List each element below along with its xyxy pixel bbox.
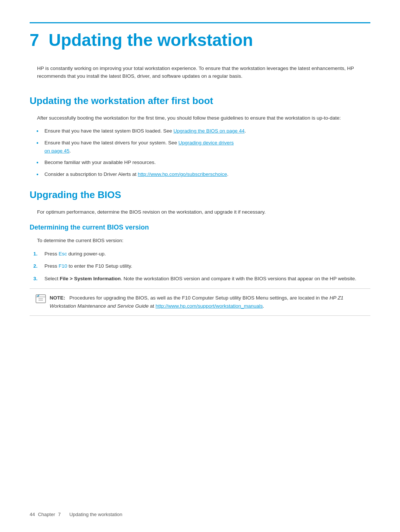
list-item: Ensure that you have the latest system B…: [44, 127, 370, 135]
key-esc: Esc: [59, 251, 67, 257]
section-upgrading-bios: Upgrading the BIOS For optimum performan…: [30, 189, 370, 315]
footer-page-number: 44: [30, 512, 35, 517]
footer-chapter-number: 7: [58, 512, 61, 517]
note-label: NOTE:: [50, 295, 65, 301]
chapter-title-text: Updating the workstation: [49, 30, 253, 50]
section1-heading: Updating the workstation after first boo…: [30, 95, 370, 107]
manuals-link[interactable]: http://www.hp.com/support/workstation_ma…: [156, 303, 263, 309]
list-item: Become familiar with your available HP r…: [44, 158, 370, 167]
step-number: 2.: [33, 262, 37, 270]
section1-bullet-list: Ensure that you have the latest system B…: [30, 127, 370, 178]
list-item: 2. Press F10 to enter the F10 Setup util…: [44, 262, 370, 270]
chapter-title: 7 Updating the workstation: [30, 31, 370, 50]
note-box: NOTE: Procedures for upgrading the BIOS,…: [30, 288, 370, 315]
footer-chapter-title: Updating the workstation: [69, 512, 122, 517]
key-f10: F10: [59, 263, 67, 269]
list-item: 3. Select File > System Information. Not…: [44, 275, 370, 283]
footer-chapter-label: Chapter: [38, 512, 55, 517]
list-item: Consider a subscription to Driver Alerts…: [44, 170, 370, 178]
drivers-link[interactable]: Upgrading device driverson page 45: [44, 140, 234, 154]
note-icon: [36, 294, 46, 303]
steps-list: 1. Press Esc during power-up. 2. Press F…: [30, 250, 370, 283]
section-updating-after-boot: Updating the workstation after first boo…: [30, 95, 370, 178]
step-number: 1.: [33, 250, 37, 258]
page-footer: 44 Chapter 7 Updating the workstation: [30, 512, 370, 517]
subscriberschoice-link[interactable]: http://www.hp.com/go/subscriberschoice: [138, 171, 227, 177]
subsection-intro: To determine the current BIOS version:: [30, 237, 370, 245]
menu-item: File > System Information: [60, 276, 121, 281]
section2-intro: For optimum performance, determine the B…: [30, 208, 370, 216]
subsection-bios-version: Determining the current BIOS version To …: [30, 224, 370, 316]
subsection-heading: Determining the current BIOS version: [30, 224, 370, 231]
list-item: Ensure that you have the latest drivers …: [44, 139, 370, 155]
section1-intro: After successfully booting the workstati…: [30, 114, 370, 122]
chapter-intro: HP is constantly working on improving yo…: [30, 64, 370, 80]
section2-heading: Upgrading the BIOS: [30, 189, 370, 201]
note-content: NOTE: Procedures for upgrading the BIOS,…: [50, 294, 364, 310]
chapter-header: 7 Updating the workstation: [30, 22, 370, 50]
bios-link[interactable]: Upgrading the BIOS on page 44: [173, 128, 244, 134]
list-item: 1. Press Esc during power-up.: [44, 250, 370, 258]
step-number: 3.: [33, 275, 37, 283]
chapter-number: 7: [30, 30, 39, 50]
